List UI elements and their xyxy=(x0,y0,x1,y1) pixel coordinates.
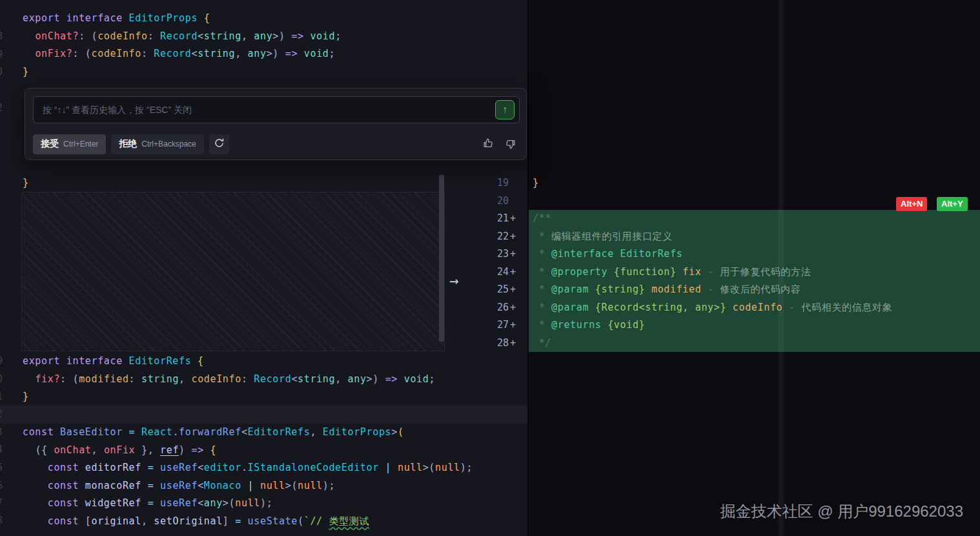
code-line[interactable]: fix?: (modified: string, codeInfo: Recor… xyxy=(23,371,473,389)
code-line[interactable]: const [original, setOriginal] = useState… xyxy=(23,513,473,531)
up-arrow-icon: ↑ xyxy=(502,104,507,116)
line-number: 27 xyxy=(479,316,509,335)
diff-line-bg xyxy=(529,174,980,192)
watermark: 掘金技术社区 @ 用户99162962033 xyxy=(720,501,963,522)
code-line[interactable]: const BaseEditor = React.forwardRef<Edit… xyxy=(23,424,473,442)
diff-row[interactable]: 20 xyxy=(0,192,980,211)
line-number-fragment: 1 xyxy=(0,388,3,406)
chat-input[interactable] xyxy=(33,96,520,123)
line-number: 28 xyxy=(479,335,509,353)
line-number-fragment: 8 xyxy=(0,512,3,530)
diff-row[interactable]: 28+ */ xyxy=(0,335,980,353)
refresh-icon xyxy=(214,138,225,150)
code-line[interactable]: * @param {string} modified - 修改后的代码内容 xyxy=(533,281,801,299)
diff-scrollbar[interactable] xyxy=(439,175,444,342)
code-line[interactable]: ({ onChat, onFix }, ref) => { xyxy=(23,442,473,460)
diff-row[interactable]: 25+ * @param {string} modified - 修改后的代码内… xyxy=(0,281,980,299)
line-number-fragment: 2 xyxy=(0,99,3,118)
thumbs-down-icon xyxy=(504,138,516,150)
code-line[interactable]: * @param {Record<string, any>} codeInfo … xyxy=(533,299,892,317)
accept-button[interactable]: 接受 Ctrl+Enter xyxy=(33,134,106,154)
diff-row[interactable]: 24+ * @property {function} fix - 用于修复代码的… xyxy=(0,263,980,282)
reject-shortcut: Ctrl+Backspace xyxy=(141,139,196,149)
code-line[interactable]: * 编辑器组件的引用接口定义 xyxy=(533,228,673,246)
line-number: 21 xyxy=(479,210,509,228)
code-line[interactable]: } xyxy=(23,63,342,81)
thumbs-down-button[interactable] xyxy=(502,136,518,152)
line-number: 26 xyxy=(479,299,509,317)
thumbs-up-button[interactable] xyxy=(480,136,496,152)
code-line[interactable]: */ xyxy=(533,335,551,353)
diff-row[interactable]: 23+ * @interface EditorRefs xyxy=(0,245,980,263)
diff-added-line-bg xyxy=(529,335,980,353)
code-line[interactable]: } xyxy=(533,174,539,192)
code-line[interactable] xyxy=(23,406,473,424)
line-number-fragment: 3 xyxy=(0,424,3,442)
line-number-fragment: 0 xyxy=(0,63,3,81)
code-line[interactable]: const editorRef = useRef<editor.IStandal… xyxy=(23,459,473,477)
line-number-fragment: 0 xyxy=(0,371,3,389)
accept-shortcut: Ctrl+Enter xyxy=(63,139,98,149)
inline-chat-widget: ↑ 接受 Ctrl+Enter 拒绝 Ctrl+Backspace xyxy=(25,88,527,160)
diff-arrow-icon: → xyxy=(449,272,458,290)
added-plus-sign: + xyxy=(510,228,516,246)
line-number-fragment: 2 xyxy=(0,406,3,424)
added-plus-sign: + xyxy=(510,210,516,228)
shortcut-badge-alt-n: Alt+N xyxy=(896,197,927,211)
code-editor-top[interactable]: export interface EditorProps { onChat?: … xyxy=(23,10,342,81)
regenerate-button[interactable] xyxy=(209,134,229,154)
widget-button-row: 接受 Ctrl+Enter 拒绝 Ctrl+Backspace xyxy=(33,134,518,154)
line-number-fragment: 8 xyxy=(0,28,3,46)
diff-row[interactable]: 22+ * 编辑器组件的引用接口定义 xyxy=(0,228,980,246)
line-number-fragment: 4 xyxy=(0,441,3,459)
line-number-fragment: 7 xyxy=(0,495,3,513)
diff-row[interactable]: 19} xyxy=(0,174,980,192)
reject-button[interactable]: 拒绝 Ctrl+Backspace xyxy=(111,134,203,154)
line-number-fragment: 5 xyxy=(0,459,3,477)
code-line[interactable]: * @interface EditorRefs xyxy=(533,245,682,263)
diff-row[interactable]: 27+ * @returns {void} xyxy=(0,316,980,335)
diff-modified-pane[interactable]: 19}2021+/**22+ * 编辑器组件的引用接口定义23+ * @inte… xyxy=(0,174,980,352)
added-plus-sign: + xyxy=(510,245,516,263)
line-number-fragment: 9 xyxy=(0,353,3,371)
line-number: 20 xyxy=(479,192,509,211)
added-plus-sign: + xyxy=(510,263,516,282)
line-number-fragment: 6 xyxy=(0,477,3,495)
shortcut-badge-alt-y: Alt+Y xyxy=(937,197,968,211)
code-line[interactable]: } xyxy=(23,388,473,406)
diff-added-line-bg xyxy=(529,210,980,228)
code-line[interactable]: export interface EditorRefs { xyxy=(23,353,473,371)
line-number-fragment: 9 xyxy=(0,46,3,64)
diff-row[interactable]: 26+ * @param {Record<string, any>} codeI… xyxy=(0,299,980,317)
added-plus-sign: + xyxy=(510,335,516,353)
reject-label: 拒绝 xyxy=(119,138,137,150)
line-number: 25 xyxy=(479,281,509,299)
added-plus-sign: + xyxy=(510,299,516,317)
code-line[interactable]: * @property {function} fix - 用于修复代码的方法 xyxy=(533,263,811,282)
code-line[interactable]: const widgetRef = useRef<any>(null); xyxy=(23,495,473,513)
code-line[interactable]: * @returns {void} xyxy=(533,316,645,335)
added-plus-sign: + xyxy=(510,281,516,299)
code-line[interactable]: /** xyxy=(533,210,551,228)
line-number: 19 xyxy=(479,174,509,192)
line-number: 22 xyxy=(479,228,509,246)
code-line[interactable]: const monacoRef = useRef<Monaco | null>(… xyxy=(23,477,473,495)
diff-row[interactable]: 21+/** xyxy=(0,210,980,228)
code-line[interactable]: onChat?: (codeInfo: Record<string, any>)… xyxy=(23,28,342,46)
line-number: 24 xyxy=(479,263,509,282)
accept-label: 接受 xyxy=(41,138,59,150)
code-line[interactable]: onFix?: (codeInfo: Record<string, any>) … xyxy=(23,45,342,63)
editor-window: { "colors": { "diff_added_bg": "#1f4736"… xyxy=(0,0,980,536)
line-number: 23 xyxy=(479,245,509,263)
send-button[interactable]: ↑ xyxy=(495,100,515,119)
thumbs-up-icon xyxy=(482,137,495,151)
code-editor-bottom[interactable]: export interface EditorRefs { fix?: (mod… xyxy=(23,353,473,530)
added-plus-sign: + xyxy=(510,316,516,335)
code-line[interactable]: export interface EditorProps { xyxy=(23,10,342,28)
